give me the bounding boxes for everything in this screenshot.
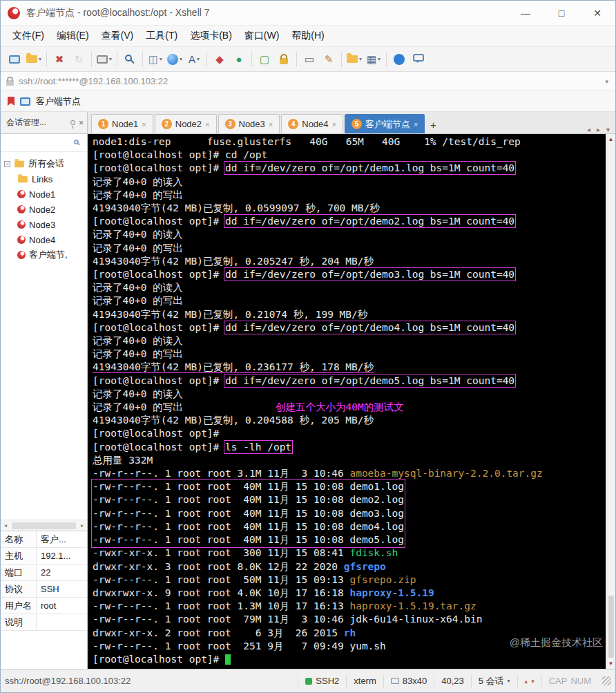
transfer-button[interactable]: ● xyxy=(230,50,248,68)
terminal-text: 记录了40+0 的写出 xyxy=(93,243,183,254)
terminal-text: [root@localhost opt]# xyxy=(93,162,225,173)
terminal[interactable]: node1:dis-rep fuse.glusterfs 40G 65M 40G… xyxy=(88,134,615,669)
font-button[interactable]: A▾ xyxy=(185,50,203,68)
terminal-text: ls -lh /opt xyxy=(225,442,291,453)
tab-node2[interactable]: 2Node2× xyxy=(155,114,217,133)
status-down-icon[interactable]: ▾ xyxy=(531,678,535,685)
scroll-up-icon[interactable]: ▲ xyxy=(608,136,614,142)
bookmark-label[interactable]: 客户端节点 xyxy=(36,95,81,108)
tab-node4[interactable]: 4Node4× xyxy=(281,114,343,133)
scroll-down-icon[interactable]: ▼ xyxy=(608,661,614,667)
menu-edit[interactable]: 编辑(E) xyxy=(50,27,95,45)
transfer-folder-button[interactable]: ▾ xyxy=(345,50,363,68)
terminal-text: -rw-r--r--. 1 root root 251 9月 7 09:49 y… xyxy=(93,640,386,652)
pin-icon[interactable] xyxy=(70,120,75,125)
menu-tab[interactable]: 选项卡(B) xyxy=(184,27,238,45)
terminal-annotation: 创建五个大小为40M的测试文 xyxy=(276,401,404,414)
terminal-line: -rw-r--r--. 1 root root 40M 11月 15 10:08… xyxy=(93,493,404,506)
property-value: SSH xyxy=(37,581,87,597)
session-tree: −所有会话LinksNode1Node2Node3Node4客户端节, xyxy=(1,152,87,520)
tab-node3[interactable]: 3Node3× xyxy=(218,114,280,133)
split-view-button[interactable]: ◫▾ xyxy=(146,50,164,68)
window-layout-button[interactable]: ▦▾ xyxy=(365,50,383,68)
terminal-text: 记录了40+0 的读入 xyxy=(93,388,183,399)
terminal-line: -rw-r--r--. 1 root root 40M 11月 15 10:08… xyxy=(93,480,404,493)
new-tab-button[interactable]: + xyxy=(425,115,441,133)
address-input[interactable]: ssh://root:******@192.168.100.103:22 xyxy=(19,76,600,86)
tab-menu-icon[interactable]: ▾ xyxy=(606,126,610,133)
session-item-node1[interactable]: Node1 xyxy=(1,187,87,202)
new-file-button[interactable]: ◆ xyxy=(211,50,229,68)
hscroll-thumb[interactable] xyxy=(12,522,76,529)
tab-scroll-right-icon[interactable]: ▸ xyxy=(597,126,600,133)
session-search[interactable] xyxy=(1,134,87,152)
fullscreen-button[interactable]: ▢ xyxy=(256,50,273,68)
tab-number-badge: 5 xyxy=(352,119,362,129)
address-dropdown-icon[interactable]: ▾ xyxy=(605,78,610,85)
globe-button[interactable]: ▾ xyxy=(166,50,184,68)
property-row: 名称客户... xyxy=(1,531,87,548)
hscroll-left-icon[interactable]: ◂ xyxy=(1,522,10,529)
terminal-text: 41943040字节(42 MB)已复制, 0.205247 秒, 204 MB… xyxy=(93,256,374,267)
terminal-text: -rwxr-xr-x. 1 root root 300 11月 15 08:41 xyxy=(93,547,349,558)
message-button[interactable] xyxy=(410,50,427,68)
terminal-line: 41943040字节(42 MB)已复制, 0.21074 秒, 199 MB/… xyxy=(93,308,603,321)
menu-view[interactable]: 查看(V) xyxy=(95,27,140,45)
tab-close-icon[interactable]: × xyxy=(269,120,273,129)
compose-button[interactable]: ✎ xyxy=(320,50,338,68)
terminal-line: 记录了40+0 的写出 xyxy=(93,294,603,307)
keyboard-button[interactable]: ▭ xyxy=(300,50,318,68)
tree-root[interactable]: −所有会话 xyxy=(1,156,87,171)
panel-close-icon[interactable]: × xyxy=(79,118,84,128)
terminal-text: 记录了40+0 的读入 xyxy=(93,229,183,240)
terminal-line: -rwxr-xr-x. 1 root root 300 11月 15 08:41… xyxy=(93,547,603,560)
minimize-button[interactable]: — xyxy=(508,1,543,26)
encryption-icon xyxy=(305,678,312,685)
find-icon xyxy=(125,55,132,61)
collapse-icon[interactable]: − xyxy=(4,161,10,167)
find-button[interactable] xyxy=(121,50,139,68)
close-button[interactable]: ✕ xyxy=(579,1,615,26)
menu-window[interactable]: 窗口(W) xyxy=(238,27,286,45)
help-button[interactable] xyxy=(390,50,408,68)
bookmark-bar: 客户端节点 xyxy=(1,91,615,112)
tab-client[interactable]: 5客户端节点× xyxy=(345,114,425,133)
menu-bar: 文件(F)编辑(E)查看(V)工具(T)选项卡(B)窗口(W)帮助(H) xyxy=(1,26,615,46)
menu-file[interactable]: 文件(F) xyxy=(6,27,50,45)
terminal-text: 记录了40+0 的写出 xyxy=(93,401,183,412)
session-item-node2[interactable]: Node2 xyxy=(1,202,87,217)
session-shortcut-icon[interactable] xyxy=(20,97,30,106)
session-item-links[interactable]: Links xyxy=(1,171,87,187)
terminal-text: [root@localhost opt]# xyxy=(93,322,225,333)
tab-node1[interactable]: 1Node1× xyxy=(91,114,153,133)
terminal-scrollbar[interactable]: ▲ ▼ xyxy=(606,134,615,669)
open-session-button[interactable]: ▾ xyxy=(25,50,43,68)
lock-button[interactable] xyxy=(275,50,293,68)
disconnect-button[interactable]: ✖ xyxy=(50,50,68,68)
menu-help[interactable]: 帮助(H) xyxy=(285,27,330,45)
session-item-node4[interactable]: Node4 xyxy=(1,232,87,247)
terminal-text: dd if=/dev/zero of=/opt/demo1.log bs=1M … xyxy=(225,162,514,173)
session-count-dropdown[interactable]: 5 会话 ▾ xyxy=(471,675,517,687)
session-icon xyxy=(17,236,26,244)
tab-close-icon[interactable]: × xyxy=(332,120,336,129)
maximize-button[interactable]: □ xyxy=(543,1,579,26)
tab-scroll-left-icon[interactable]: ◂ xyxy=(587,126,590,133)
scrollbar-thumb[interactable] xyxy=(608,596,614,658)
terminal-cursor xyxy=(225,654,231,665)
status-up-icon[interactable]: ▴ xyxy=(525,678,528,685)
hscroll-right-icon[interactable]: ▸ xyxy=(77,522,87,529)
session-properties-button[interactable]: ▾ xyxy=(95,50,113,68)
new-session-button[interactable] xyxy=(6,50,23,68)
session-item-node3[interactable]: Node3 xyxy=(1,217,87,232)
terminal-line: [root@localhost opt]# xyxy=(93,653,603,666)
resize-grip[interactable] xyxy=(602,676,611,685)
terminal-line: [root@localhost opt]# dd if=/dev/zero of… xyxy=(93,374,603,388)
tree-horizontal-scrollbar[interactable]: ◂ ▸ xyxy=(1,520,87,531)
tab-close-icon[interactable]: × xyxy=(414,120,418,129)
menu-tools[interactable]: 工具(T) xyxy=(139,27,184,45)
tab-close-icon[interactable]: × xyxy=(142,120,146,129)
tab-close-icon[interactable]: × xyxy=(205,120,209,129)
bookmark-flag-icon[interactable] xyxy=(8,97,15,106)
session-item-client[interactable]: 客户端节, xyxy=(1,247,87,263)
